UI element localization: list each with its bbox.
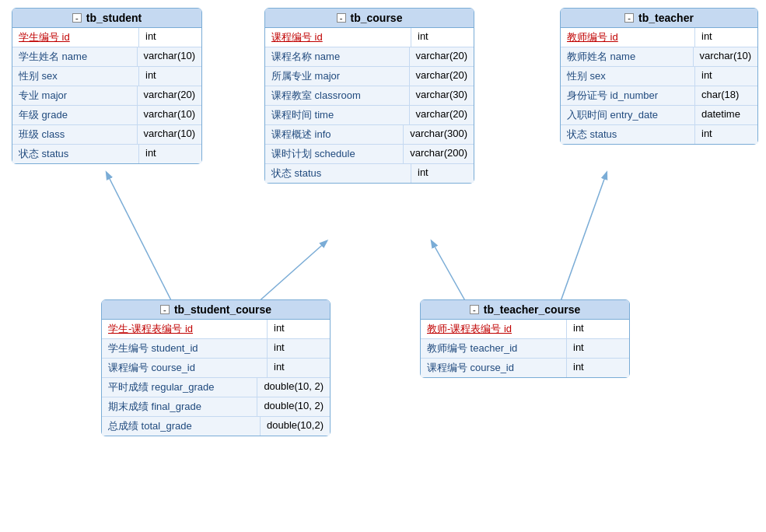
field-type: int — [139, 145, 201, 163]
table-body-teacher: 教师编号 id int 教师姓名 name varchar(10) 性别 sex… — [561, 28, 757, 144]
field-name: 课程名称 name — [265, 47, 410, 66]
field-name: 班级 class — [12, 125, 138, 144]
field-name: 教师编号 teacher_id — [421, 339, 567, 358]
field-name: 总成绩 total_grade — [102, 417, 261, 436]
table-row: 教师姓名 name varchar(10) — [561, 47, 757, 67]
field-type: int — [695, 125, 757, 144]
field-type: int — [268, 359, 330, 377]
field-name: 期末成绩 final_grade — [102, 397, 257, 416]
table-row: 教师编号 teacher_id int — [421, 339, 629, 359]
table-row: 专业 major varchar(20) — [12, 86, 201, 106]
table-row: 课程编号 course_id int — [102, 359, 330, 378]
field-type: char(18) — [695, 86, 757, 105]
table-title-student: tb_student — [86, 12, 142, 24]
field-name: 专业 major — [12, 86, 138, 105]
collapse-btn-student[interactable]: - — [72, 13, 82, 23]
field-name: 状态 status — [265, 164, 411, 183]
field-name: 学生-课程表编号 id — [102, 320, 268, 338]
svg-line-3 — [560, 173, 607, 303]
collapse-btn-teacher[interactable]: - — [624, 13, 634, 23]
field-name: 课程编号 id — [265, 28, 411, 47]
table-body-student: 学生编号 id int 学生姓名 name varchar(10) 性别 sex… — [12, 28, 201, 163]
field-type: varchar(200) — [404, 145, 474, 163]
field-type: varchar(10) — [694, 47, 757, 66]
field-type: int — [411, 28, 474, 47]
table-title-teacher-course: tb_teacher_course — [484, 303, 581, 316]
field-type: varchar(30) — [410, 86, 474, 105]
table-tb-teacher-course: - tb_teacher_course 教师-课程表编号 id int 教师编号… — [420, 299, 630, 378]
field-type: int — [139, 67, 201, 86]
table-title-teacher: tb_teacher — [638, 12, 694, 24]
field-name: 年级 grade — [12, 106, 138, 124]
field-type: double(10, 2) — [257, 397, 330, 416]
field-name: 所属专业 major — [265, 67, 410, 86]
table-row: 课程编号 course_id int — [421, 359, 629, 377]
field-name: 入职时间 entry_date — [561, 106, 695, 124]
table-title-course: tb_course — [351, 12, 403, 24]
table-body-teacher-course: 教师-课程表编号 id int 教师编号 teacher_id int 课程编号… — [421, 320, 629, 377]
table-header-tb-student: - tb_student — [12, 9, 201, 28]
field-type: varchar(10) — [138, 47, 201, 66]
field-type: varchar(10) — [138, 125, 201, 144]
field-name: 课程编号 course_id — [421, 359, 567, 377]
table-body-course: 课程编号 id int 课程名称 name varchar(20) 所属专业 m… — [265, 28, 474, 183]
field-type: int — [139, 28, 201, 47]
collapse-btn-student-course[interactable]: - — [160, 305, 170, 314]
table-row: 课时计划 schedule varchar(200) — [265, 145, 474, 164]
field-type: int — [567, 320, 629, 338]
field-type: varchar(20) — [410, 67, 474, 86]
table-body-student-course: 学生-课程表编号 id int 学生编号 student_id int 课程编号… — [102, 320, 330, 436]
field-name: 教师-课程表编号 id — [421, 320, 567, 338]
table-row: 状态 status int — [265, 164, 474, 183]
field-name: 课时计划 schedule — [265, 145, 404, 163]
field-type: int — [695, 67, 757, 86]
table-title-student-course: tb_student_course — [174, 303, 271, 316]
table-row: 所属专业 major varchar(20) — [265, 67, 474, 86]
field-type: int — [268, 339, 330, 358]
collapse-btn-course[interactable]: - — [337, 13, 346, 23]
table-row: 状态 status int — [12, 145, 201, 163]
field-name: 性别 sex — [12, 67, 139, 86]
table-tb-teacher: - tb_teacher 教师编号 id int 教师姓名 name varch… — [560, 8, 758, 145]
field-name: 学生编号 id — [12, 28, 139, 47]
table-row: 教师编号 id int — [561, 28, 757, 47]
field-name: 课程概述 info — [265, 125, 404, 144]
field-type: varchar(20) — [410, 106, 474, 124]
svg-line-1 — [257, 241, 327, 303]
field-type: varchar(300) — [404, 125, 474, 144]
field-type: varchar(20) — [138, 86, 201, 105]
field-type: int — [695, 28, 757, 47]
field-type: varchar(10) — [138, 106, 201, 124]
table-row: 总成绩 total_grade double(10,2) — [102, 417, 330, 436]
field-type: int — [268, 320, 330, 338]
table-row: 班级 class varchar(10) — [12, 125, 201, 145]
field-type: double(10, 2) — [257, 378, 330, 397]
field-name: 身份证号 id_number — [561, 86, 695, 105]
field-name: 课程编号 course_id — [102, 359, 268, 377]
collapse-btn-teacher-course[interactable]: - — [470, 305, 479, 314]
field-type: double(10,2) — [261, 417, 330, 436]
table-row: 性别 sex int — [561, 67, 757, 86]
table-header-tb-teacher-course: - tb_teacher_course — [421, 300, 629, 320]
field-type: int — [411, 164, 474, 183]
table-tb-student-course: - tb_student_course 学生-课程表编号 id int 学生编号… — [101, 299, 331, 436]
field-type: datetime — [695, 106, 757, 124]
field-name: 状态 status — [561, 125, 695, 144]
field-name: 教师编号 id — [561, 28, 695, 47]
table-row: 课程概述 info varchar(300) — [265, 125, 474, 145]
table-row: 身份证号 id_number char(18) — [561, 86, 757, 106]
table-tb-student: - tb_student 学生编号 id int 学生姓名 name varch… — [12, 8, 202, 164]
field-name: 状态 status — [12, 145, 139, 163]
field-name: 教师姓名 name — [561, 47, 694, 66]
table-row: 学生编号 id int — [12, 28, 201, 47]
table-row: 性别 sex int — [12, 67, 201, 86]
table-header-tb-teacher: - tb_teacher — [561, 9, 757, 28]
table-row: 平时成绩 regular_grade double(10, 2) — [102, 378, 330, 397]
field-name: 学生姓名 name — [12, 47, 138, 66]
svg-line-0 — [107, 173, 173, 303]
field-name: 学生编号 student_id — [102, 339, 268, 358]
table-row: 教师-课程表编号 id int — [421, 320, 629, 339]
table-tb-course: - tb_course 课程编号 id int 课程名称 name varcha… — [264, 8, 474, 184]
table-row: 年级 grade varchar(10) — [12, 106, 201, 125]
table-row: 学生编号 student_id int — [102, 339, 330, 359]
